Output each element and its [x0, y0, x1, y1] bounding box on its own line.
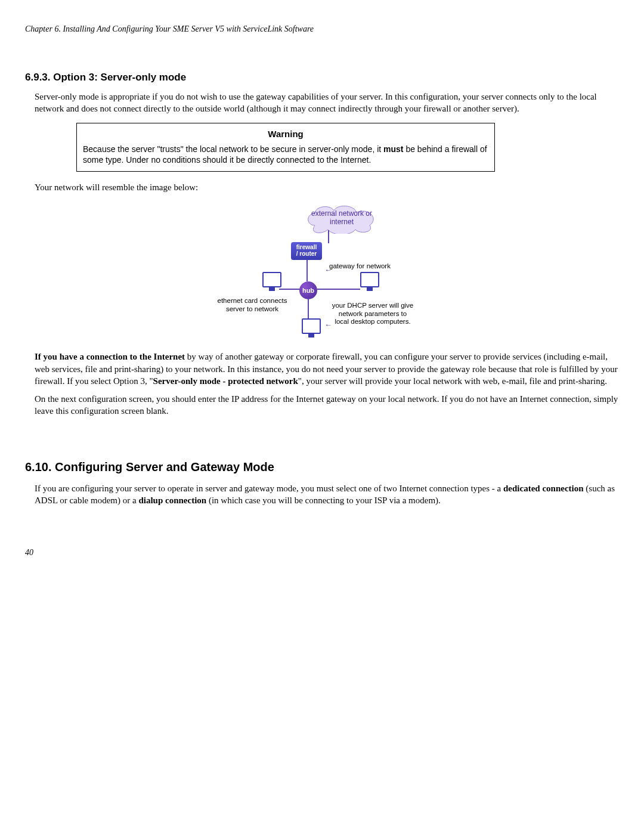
heading-6-9-3: 6.9.3. Option 3: Server-only mode: [25, 71, 619, 85]
p610-a: If you are configuring your server to op…: [35, 484, 503, 493]
dhcp-line3: local desktop computers.: [335, 318, 410, 325]
warning-text-bold: must: [383, 144, 403, 154]
para-693-3: On the next configuration screen, you sh…: [35, 393, 619, 417]
dhcp-line2: network parameters to: [339, 310, 407, 317]
label-dhcp: your DHCP server will give network param…: [322, 302, 423, 326]
warning-title: Warning: [83, 128, 488, 140]
p610-d: (in which case you will be connecting to…: [206, 496, 441, 505]
para-693-2: If you have a connection to the Internet…: [35, 351, 619, 387]
label-gateway: gateway for network: [329, 262, 391, 270]
cloud-icon: external network or internet: [303, 202, 380, 234]
monitor-icon: [302, 318, 321, 334]
network-diagram: external network or internet firewall / …: [231, 199, 422, 336]
dhcp-line1: your DHCP server will give: [332, 302, 414, 309]
page-number: 40: [25, 547, 33, 559]
firewall-router-icon: firewall / router: [291, 242, 322, 260]
p610-b2: dialup connection: [138, 496, 206, 505]
monitor-icon: [360, 272, 379, 287]
cloud-label: external network or internet: [303, 210, 380, 227]
diagram-line: [308, 299, 309, 318]
diagram-line: [306, 260, 308, 281]
fw-bot: / router: [291, 250, 322, 257]
warning-box: Warning Because the server "trusts" the …: [76, 123, 495, 172]
heading-6-10: 6.10. Configuring Server and Gateway Mod…: [25, 459, 619, 475]
p610-b1: dedicated connection: [503, 484, 584, 493]
eth-line1: ethernet card connects: [218, 297, 287, 304]
diagram-line: [328, 230, 329, 243]
para-693-2-lead: If you have a connection to the Internet: [35, 352, 185, 361]
hub-icon: hub: [299, 281, 317, 299]
label-ethernet: ethernet card connects server to network: [213, 297, 291, 312]
monitor-icon: [262, 272, 281, 287]
diagram-line: [317, 289, 360, 290]
para-693-2-bold2: Server-only mode - protected network: [153, 376, 298, 386]
warning-text-pre: Because the server "trusts" the local ne…: [83, 144, 383, 154]
page: Chapter 6. Installing And Configuring Yo…: [0, 0, 644, 833]
warning-text: Because the server "trusts" the local ne…: [83, 144, 488, 165]
para-693-2-tail: ", your server will provide your local n…: [298, 376, 607, 386]
running-header: Chapter 6. Installing And Configuring Yo…: [25, 24, 619, 35]
section-6-10-body: If you are configuring your server to op…: [35, 482, 619, 507]
arrow-icon: ←: [324, 321, 332, 330]
para-693-1: Server-only mode is appropriate if you d…: [35, 91, 619, 115]
fw-top: firewall: [291, 244, 322, 250]
section-6-10: 6.10. Configuring Server and Gateway Mod…: [25, 459, 619, 507]
para-610-1: If you are configuring your server to op…: [35, 482, 619, 507]
para-after-warning: Your network will resemble the image bel…: [35, 181, 619, 193]
eth-line2: server to network: [226, 305, 278, 312]
diagram-line: [279, 289, 301, 290]
section-6-9-3-body: Server-only mode is appropriate if you d…: [35, 91, 619, 417]
